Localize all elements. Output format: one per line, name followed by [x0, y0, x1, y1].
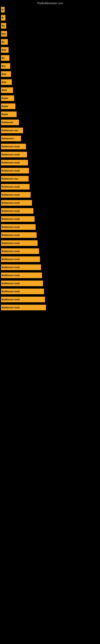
bar-row: B — [0, 14, 100, 22]
bar-label: Bottleneck result — [2, 282, 20, 284]
bar-label: Bottleneck resu — [2, 178, 18, 180]
bar-row: Bottleneck resu — [0, 175, 100, 183]
bar-item: Bottleneck — [1, 120, 19, 125]
bar-row: B — [0, 6, 100, 14]
bar-label: Bo — [2, 24, 5, 27]
bar-item: Bot — [1, 63, 10, 69]
bar-label: Bottleneck result — [2, 170, 20, 172]
bar-row: Bottleneck result — [0, 304, 100, 312]
bar-row: Bottle — [0, 110, 100, 118]
bar-item: Bottleneck result — [1, 240, 38, 246]
bar-label: Bottleneck result — [2, 226, 20, 228]
bar-row: Bottl — [0, 86, 100, 94]
bar-label: Bottleneck result — [2, 250, 20, 252]
bar-label: Bot — [2, 32, 5, 35]
bar-label: Bo — [2, 57, 5, 59]
bar-item: Bottleneck result — [1, 144, 26, 149]
bar-item: Bottleneck resu — [1, 128, 23, 133]
bar-label: Bottle — [2, 113, 8, 116]
bar-item: Bottleneck result — [1, 200, 32, 206]
bar-item: Bottleneck result — [1, 256, 40, 262]
bar-row: Bottleneck — [0, 118, 100, 126]
bar-label: Bottleneck result — [2, 234, 20, 236]
bar-row: Bottleneck result — [0, 296, 100, 304]
bar-label: Bott — [2, 49, 6, 51]
bar-row: Bottleneck result — [0, 183, 100, 191]
bar-label: Bottleneck result — [2, 218, 20, 220]
bar-row: Bottleneck resu — [0, 126, 100, 134]
bar-label: Bott — [2, 73, 6, 75]
bar-item: Bottleneck result — [1, 168, 29, 174]
bar-item: Bott — [1, 47, 9, 53]
bar-row: Bottleneck r — [0, 134, 100, 142]
bar-item: Bottle — [1, 104, 15, 109]
bar-item: Bo — [1, 55, 9, 61]
bar-item: Bottleneck result — [1, 305, 46, 310]
bar-row: Bot — [0, 30, 100, 38]
bar-item: Bott — [1, 71, 11, 77]
bar-row: Bo — [0, 38, 100, 46]
bar-item: Bottleneck result — [1, 232, 37, 238]
bar-item: Bottl — [1, 87, 13, 93]
bar-label: Bottleneck result — [2, 274, 20, 276]
bar-item: Bo — [1, 23, 6, 28]
bar-label: Bo — [2, 41, 5, 43]
bar-row: Bottleneck result — [0, 231, 100, 239]
bar-label: Bottleneck result — [2, 202, 20, 204]
bar-item: Bott — [1, 79, 12, 85]
bar-item: B — [1, 7, 4, 12]
bar-row: Bott — [0, 78, 100, 86]
bar-label: Bottleneck result — [2, 258, 20, 260]
bar-label: Bottle — [2, 105, 8, 108]
bar-label: Bottleneck result — [2, 194, 20, 196]
bar-row: Bo — [0, 22, 100, 30]
bar-label: Bottleneck result — [2, 298, 20, 301]
bar-item: Bot — [1, 31, 7, 37]
bar-row: Bottleneck result — [0, 255, 100, 263]
bar-item: Bottleneck result — [1, 264, 41, 270]
bar-label: Bottleneck result — [2, 306, 20, 309]
bar-item: Bottle — [1, 96, 14, 101]
bar-row: Bot — [0, 62, 100, 70]
bar-item: Bottleneck result — [1, 297, 45, 302]
bar-label: Bottleneck result — [2, 290, 20, 292]
bar-item: Bottleneck result — [1, 152, 27, 158]
bar-item: Bottleneck result — [1, 208, 33, 214]
bar-label: Bottle — [2, 97, 8, 100]
bar-label: Bottl — [2, 89, 7, 91]
bar-label: B — [2, 16, 3, 19]
bar-row: Bottleneck result — [0, 279, 100, 288]
bar-item: Bottleneck result — [1, 288, 44, 294]
bar-row: Bottleneck result — [0, 191, 100, 199]
bar-row: Bottleneck result — [0, 158, 100, 167]
bar-label: Bottleneck resu — [2, 129, 18, 132]
bar-row: Bottleneck result — [0, 167, 100, 175]
bar-item: Bottleneck r — [1, 136, 21, 141]
bar-row: Bott — [0, 46, 100, 54]
bar-row: Bottleneck result — [0, 199, 100, 207]
bar-label: Bot — [2, 65, 5, 67]
bar-label: Bott — [2, 81, 6, 83]
bar-item: Bottleneck result — [1, 248, 39, 254]
bar-row: Bottle — [0, 102, 100, 110]
bar-row: Bottleneck result — [0, 288, 100, 296]
bar-row: Bottleneck result — [0, 223, 100, 231]
bar-label: Bottleneck result — [2, 210, 20, 212]
bar-label: Bottleneck result — [2, 266, 20, 268]
bar-row: Bottleneck result — [0, 207, 100, 215]
bar-label: Bottleneck r — [2, 137, 15, 140]
bar-row: Bottleneck result — [0, 142, 100, 150]
site-title: TheBottlenecker.com — [0, 0, 100, 6]
bar-row: Bottleneck result — [0, 247, 100, 255]
bar-label: Bottleneck — [2, 121, 13, 124]
bar-row: Bottleneck result — [0, 263, 100, 271]
bar-item: Bottleneck resu — [1, 176, 29, 182]
bar-row: Bottleneck result — [0, 150, 100, 158]
bar-row: Bottleneck result — [0, 271, 100, 279]
bar-item: Bottleneck result — [1, 272, 42, 278]
bar-item: B — [1, 15, 5, 20]
bar-row: Bottleneck result — [0, 239, 100, 247]
bar-label: B — [2, 8, 3, 11]
bar-item: Bottleneck result — [1, 216, 35, 222]
bar-row: Bo — [0, 54, 100, 62]
